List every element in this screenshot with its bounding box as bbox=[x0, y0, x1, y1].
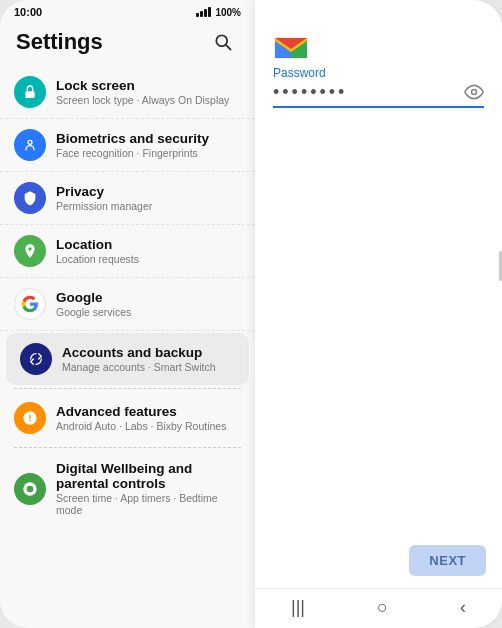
phone-container: 10:00 100% Settings bbox=[0, 0, 502, 628]
svg-line-1 bbox=[226, 45, 231, 50]
svg-point-5 bbox=[27, 485, 34, 492]
sidebar-item-privacy[interactable]: Privacy Permission manager bbox=[0, 172, 255, 225]
bottom-nav: ||| ○ ‹ bbox=[255, 588, 502, 628]
lock-screen-text: Lock screen Screen lock type · Always On… bbox=[56, 78, 241, 106]
accounts-backup-title: Accounts and backup bbox=[62, 345, 235, 360]
digital-wellbeing-title: Digital Wellbeing and parental controls bbox=[56, 461, 241, 491]
svg-rect-2 bbox=[25, 91, 34, 98]
search-icon bbox=[213, 32, 233, 52]
sidebar-item-digital-wellbeing[interactable]: Digital Wellbeing and parental controls … bbox=[0, 451, 255, 526]
next-button[interactable]: NEXT bbox=[409, 545, 486, 576]
signal-bars-icon bbox=[196, 7, 211, 17]
password-label: Password bbox=[273, 66, 484, 80]
divider-2 bbox=[14, 447, 241, 448]
status-icons: 100% bbox=[196, 7, 241, 18]
accounts-backup-text: Accounts and backup Manage accounts · Sm… bbox=[62, 345, 235, 373]
google-title: Google bbox=[56, 290, 241, 305]
google-icon bbox=[14, 288, 46, 320]
digital-wellbeing-text: Digital Wellbeing and parental controls … bbox=[56, 461, 241, 516]
password-field-row: •••••••• bbox=[273, 82, 484, 106]
password-input[interactable]: •••••••• bbox=[273, 82, 464, 106]
status-bar: 10:00 100% bbox=[0, 0, 255, 20]
advanced-features-text: Advanced features Android Auto · Labs · … bbox=[56, 404, 241, 432]
signal-bar-4 bbox=[208, 7, 211, 17]
biometrics-text: Biometrics and security Face recognition… bbox=[56, 131, 241, 159]
search-button[interactable] bbox=[207, 26, 239, 58]
battery-display: 100% bbox=[215, 7, 241, 18]
gmail-bottom: NEXT bbox=[255, 533, 502, 588]
sidebar-item-accounts-backup[interactable]: Accounts and backup Manage accounts · Sm… bbox=[6, 333, 249, 385]
advanced-features-icon bbox=[14, 402, 46, 434]
gmail-panel: Password •••••••• NEXT ||| ○ ‹ bbox=[255, 0, 502, 628]
sidebar-item-advanced-features[interactable]: Advanced features Android Auto · Labs · … bbox=[0, 392, 255, 444]
privacy-title: Privacy bbox=[56, 184, 241, 199]
google-subtitle: Google services bbox=[56, 306, 241, 318]
time-display: 10:00 bbox=[14, 6, 42, 18]
advanced-features-title: Advanced features bbox=[56, 404, 241, 419]
back-nav-button[interactable]: ‹ bbox=[460, 597, 466, 618]
advanced-features-subtitle: Android Auto · Labs · Bixby Routines bbox=[56, 420, 241, 432]
privacy-icon bbox=[14, 182, 46, 214]
svg-point-3 bbox=[28, 140, 32, 144]
recents-nav-button[interactable]: ||| bbox=[291, 597, 305, 618]
accounts-backup-subtitle: Manage accounts · Smart Switch bbox=[62, 361, 235, 373]
sidebar-item-lock-screen[interactable]: Lock screen Screen lock type · Always On… bbox=[0, 66, 255, 119]
location-title: Location bbox=[56, 237, 241, 252]
settings-header: Settings bbox=[0, 20, 255, 66]
biometrics-icon bbox=[14, 129, 46, 161]
location-text: Location Location requests bbox=[56, 237, 241, 265]
lock-screen-icon bbox=[14, 76, 46, 108]
sidebar-item-location[interactable]: Location Location requests bbox=[0, 225, 255, 278]
location-subtitle: Location requests bbox=[56, 253, 241, 265]
signal-bar-3 bbox=[204, 9, 207, 17]
divider-1 bbox=[14, 388, 241, 389]
settings-list: Lock screen Screen lock type · Always On… bbox=[0, 66, 255, 628]
page-title: Settings bbox=[16, 29, 103, 55]
digital-wellbeing-icon bbox=[14, 473, 46, 505]
settings-panel: 10:00 100% Settings bbox=[0, 0, 255, 628]
google-text: Google Google services bbox=[56, 290, 241, 318]
privacy-text: Privacy Permission manager bbox=[56, 184, 241, 212]
biometrics-subtitle: Face recognition · Fingerprints bbox=[56, 147, 241, 159]
digital-wellbeing-subtitle: Screen time · App timers · Bedtime mode bbox=[56, 492, 241, 516]
signal-bar-2 bbox=[200, 11, 203, 17]
biometrics-title: Biometrics and security bbox=[56, 131, 241, 146]
signal-bar-1 bbox=[196, 13, 199, 17]
lock-screen-subtitle: Screen lock type · Always On Display bbox=[56, 94, 241, 106]
privacy-subtitle: Permission manager bbox=[56, 200, 241, 212]
lock-screen-title: Lock screen bbox=[56, 78, 241, 93]
svg-point-6 bbox=[472, 90, 477, 95]
location-icon bbox=[14, 235, 46, 267]
home-nav-button[interactable]: ○ bbox=[377, 597, 388, 618]
accounts-backup-icon bbox=[20, 343, 52, 375]
gmail-header-area: Password •••••••• bbox=[255, 0, 502, 533]
sidebar-item-biometrics[interactable]: Biometrics and security Face recognition… bbox=[0, 119, 255, 172]
sidebar-item-google[interactable]: Google Google services bbox=[0, 278, 255, 331]
password-field-container: Password •••••••• bbox=[273, 66, 484, 108]
toggle-password-visibility-button[interactable] bbox=[464, 82, 484, 106]
gmail-logo bbox=[273, 30, 309, 66]
